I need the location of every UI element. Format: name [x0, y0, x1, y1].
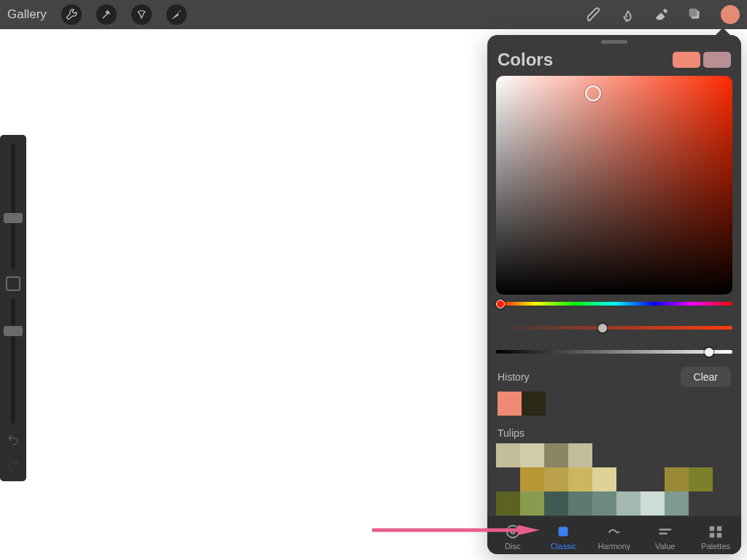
tab-palettes[interactable]: Palettes [694, 524, 738, 551]
palette-swatch[interactable] [592, 491, 616, 516]
clear-history-button[interactable]: Clear [681, 367, 731, 387]
hue-slider[interactable] [496, 302, 732, 306]
palette-empty [616, 443, 640, 467]
svg-rect-7 [710, 532, 714, 537]
palette-swatch[interactable] [568, 491, 592, 516]
colors-panel: Colors History Clear Tulips Disc Classic… [487, 35, 741, 554]
palette-empty [496, 467, 520, 491]
brush-tool-icon[interactable] [578, 0, 611, 29]
history-swatches [487, 392, 741, 416]
palette-empty [640, 443, 665, 467]
palette-swatch[interactable] [689, 467, 713, 491]
palette-swatch[interactable] [496, 491, 520, 516]
history-label: History [498, 371, 530, 383]
svg-rect-5 [710, 526, 714, 530]
primary-color-swatch[interactable] [673, 52, 700, 68]
palette-empty [592, 443, 616, 467]
palette-name-label: Tulips [487, 416, 741, 443]
brush-size-handle[interactable] [4, 213, 23, 223]
eraser-tool-icon[interactable] [645, 0, 678, 29]
palette-swatch[interactable] [544, 443, 568, 467]
palette-swatch[interactable] [568, 467, 592, 491]
palette-swatch[interactable] [544, 491, 568, 516]
modify-button[interactable] [6, 276, 20, 291]
palette-swatch[interactable] [520, 467, 544, 491]
svg-rect-6 [717, 526, 721, 530]
classic-icon [555, 524, 571, 540]
palette-empty [689, 491, 713, 516]
value-slider[interactable] [496, 350, 732, 354]
color-panel-tabbar: Disc Classic Harmony Value Palettes [487, 516, 741, 554]
palette-swatch[interactable] [665, 467, 689, 491]
palette-empty [640, 467, 665, 491]
svg-rect-4 [559, 526, 568, 536]
layers-icon[interactable] [678, 0, 712, 29]
svg-rect-1 [689, 9, 697, 17]
tab-harmony[interactable]: Harmony [592, 524, 636, 551]
secondary-color-swatch[interactable] [703, 52, 731, 68]
palette-swatch[interactable] [665, 491, 689, 516]
panel-drag-handle[interactable] [601, 40, 627, 44]
palette-empty [689, 443, 713, 467]
saturation-slider[interactable] [496, 326, 732, 330]
saturation-value-field[interactable] [496, 76, 732, 295]
adjustments-wand-icon[interactable] [96, 4, 117, 25]
palette-swatch[interactable] [640, 491, 665, 516]
svg-rect-8 [717, 532, 721, 537]
history-swatch[interactable] [522, 392, 546, 416]
smudge-tool-icon[interactable] [611, 0, 645, 29]
palette-swatch[interactable] [520, 443, 544, 467]
svg-point-3 [511, 529, 515, 534]
palette-swatch[interactable] [568, 443, 592, 467]
panel-title: Colors [498, 50, 673, 70]
selection-icon[interactable] [131, 4, 152, 25]
gallery-button[interactable]: Gallery [7, 7, 47, 22]
undo-icon[interactable] [7, 433, 20, 449]
harmony-icon [606, 524, 622, 540]
palette-swatch[interactable] [616, 491, 640, 516]
svg-point-2 [507, 525, 519, 537]
opacity-slider[interactable] [11, 298, 15, 424]
palette-swatch[interactable] [592, 467, 616, 491]
opacity-handle[interactable] [4, 326, 23, 336]
history-swatch[interactable] [498, 392, 522, 416]
disc-icon [505, 524, 521, 540]
transform-arrow-icon[interactable] [166, 4, 187, 25]
palette-empty [665, 443, 689, 467]
sidebar-sliders [0, 135, 26, 481]
palette-swatch[interactable] [496, 443, 520, 467]
brush-size-slider[interactable] [11, 144, 15, 269]
color-button[interactable] [721, 5, 740, 24]
sv-cursor[interactable] [585, 85, 601, 101]
palette-empty [616, 467, 640, 491]
tab-disc[interactable]: Disc [491, 524, 535, 551]
tab-value[interactable]: Value [643, 524, 687, 551]
palette-swatch[interactable] [544, 467, 568, 491]
palettes-icon [708, 524, 724, 540]
redo-icon[interactable] [7, 458, 20, 474]
top-toolbar: Gallery [0, 0, 747, 29]
value-icon [657, 524, 673, 540]
actions-wrench-icon[interactable] [61, 4, 82, 25]
palette-swatch[interactable] [520, 491, 544, 516]
tab-classic[interactable]: Classic [541, 524, 585, 551]
